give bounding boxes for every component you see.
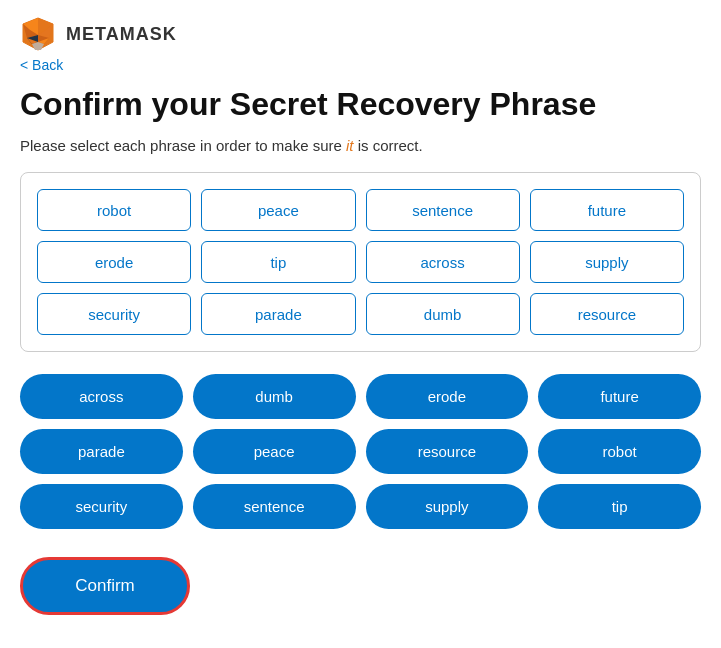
phrase-slot[interactable]: tip — [201, 241, 355, 283]
phrase-slot[interactable]: parade — [201, 293, 355, 335]
subtitle-before: Please select each phrase in order to ma… — [20, 137, 346, 154]
word-button[interactable]: erode — [366, 374, 529, 419]
word-button[interactable]: supply — [366, 484, 529, 529]
word-button[interactable]: future — [538, 374, 701, 419]
word-button[interactable]: resource — [366, 429, 529, 474]
phrase-slot[interactable]: robot — [37, 189, 191, 231]
word-button[interactable]: dumb — [193, 374, 356, 419]
phrase-slot[interactable]: dumb — [366, 293, 520, 335]
phrase-slot[interactable]: across — [366, 241, 520, 283]
metamask-logo — [20, 16, 56, 52]
word-button[interactable]: peace — [193, 429, 356, 474]
phrase-slot[interactable]: future — [530, 189, 684, 231]
phrase-slot[interactable]: erode — [37, 241, 191, 283]
subtitle-after: is correct. — [354, 137, 423, 154]
phrase-selection-box: robotpeacesentencefutureerodetipacrosssu… — [20, 172, 701, 352]
phrase-slot[interactable]: resource — [530, 293, 684, 335]
back-link[interactable]: < Back — [20, 57, 63, 73]
phrase-slot[interactable]: peace — [201, 189, 355, 231]
confirm-button[interactable]: Confirm — [20, 557, 190, 615]
page-title: Confirm your Secret Recovery Phrase — [20, 85, 701, 123]
phrase-slot[interactable]: sentence — [366, 189, 520, 231]
word-button[interactable]: sentence — [193, 484, 356, 529]
subtitle: Please select each phrase in order to ma… — [20, 137, 701, 154]
phrase-slot[interactable]: security — [37, 293, 191, 335]
word-button[interactable]: robot — [538, 429, 701, 474]
header: METAMASK — [20, 16, 701, 52]
word-button[interactable]: security — [20, 484, 183, 529]
word-buttons-grid: acrossdumberodefutureparadepeaceresource… — [20, 374, 701, 529]
phrase-grid: robotpeacesentencefutureerodetipacrosssu… — [37, 189, 684, 335]
confirm-section: Confirm — [20, 557, 701, 615]
app-name: METAMASK — [66, 24, 177, 45]
word-button[interactable]: tip — [538, 484, 701, 529]
subtitle-highlight: it — [346, 137, 354, 154]
phrase-slot[interactable]: supply — [530, 241, 684, 283]
word-button[interactable]: parade — [20, 429, 183, 474]
word-button[interactable]: across — [20, 374, 183, 419]
